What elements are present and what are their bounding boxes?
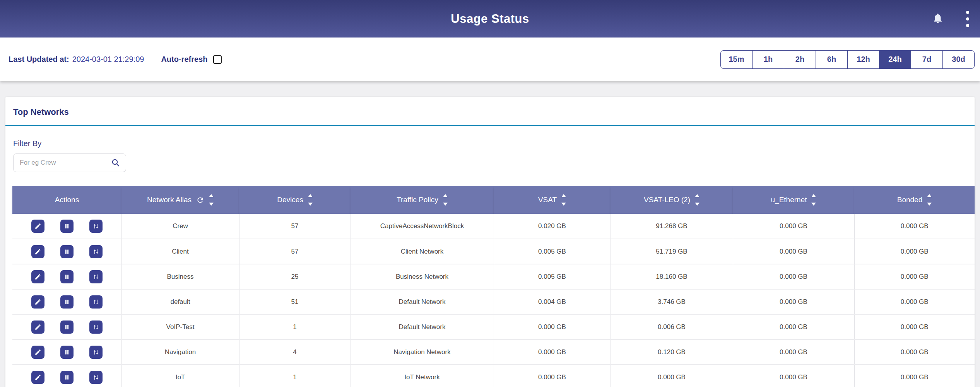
network-alias-cell: VoIP-Test <box>121 314 239 339</box>
traffic-policy-cell: IoT Network <box>351 365 494 387</box>
table-row: Business 25 Business Network 0.005 GB 18… <box>12 264 975 289</box>
more-options-button[interactable] <box>966 11 969 27</box>
table-row: Navigation 4 Navigation Network 0.000 GB… <box>12 339 975 365</box>
column-header-network-alias: Network Alias <box>121 186 239 214</box>
network-alias-cell: Client <box>121 239 239 264</box>
pause-button[interactable] <box>60 220 74 233</box>
actions-cell <box>12 339 121 365</box>
traffic-policy-cell: Client Network <box>351 239 494 264</box>
edit-button[interactable] <box>31 270 44 283</box>
auto-refresh-checkbox[interactable] <box>213 55 222 64</box>
sort-control[interactable] <box>443 194 448 206</box>
pause-button[interactable] <box>60 371 74 384</box>
pause-button[interactable] <box>60 295 74 309</box>
actions-cell <box>12 214 121 239</box>
updown-arrows-button[interactable] <box>89 321 103 334</box>
range-button-6h[interactable]: 6h <box>816 50 848 69</box>
edit-button[interactable] <box>31 371 44 384</box>
networks-table-body: Crew 57 CaptiveAccessNetworkBlock 0.020 … <box>12 214 975 387</box>
updown-arrows-button[interactable] <box>89 220 103 233</box>
up-down-arrows-icon <box>92 248 99 255</box>
pause-button[interactable] <box>60 321 74 334</box>
pause-icon <box>63 248 70 255</box>
pencil-icon <box>34 273 41 280</box>
vsat-leo-cell: 0.006 GB <box>611 314 733 339</box>
network-alias-cell: Business <box>121 264 239 289</box>
devices-cell: 57 <box>239 239 351 264</box>
vsat-leo-cell: 18.160 GB <box>611 264 733 289</box>
edit-button[interactable] <box>31 220 44 233</box>
sort-control[interactable] <box>927 194 932 206</box>
pencil-icon <box>34 349 41 356</box>
bonded-cell: 0.000 GB <box>854 314 975 339</box>
last-updated-label: Last Updated at: <box>9 55 69 64</box>
u-ethernet-cell: 0.000 GB <box>733 264 854 289</box>
column-header-traffic-policy: Traffic Policy <box>351 186 494 214</box>
range-button-15m[interactable]: 15m <box>720 50 753 69</box>
page-title: Usage Status <box>451 12 529 26</box>
range-button-24h[interactable]: 24h <box>879 50 911 69</box>
up-down-arrows-icon <box>92 273 99 280</box>
traffic-policy-cell: Business Network <box>351 264 494 289</box>
vsat-leo-cell: 51.719 GB <box>611 239 733 264</box>
sort-control[interactable] <box>561 194 566 206</box>
sort-control[interactable] <box>209 194 214 206</box>
pause-icon <box>63 374 70 381</box>
devices-cell: 1 <box>239 314 351 339</box>
vsat-cell: 0.000 GB <box>494 314 611 339</box>
filter-search-input[interactable] <box>20 159 111 167</box>
last-updated-value: 2024-03-01 21:29:09 <box>72 55 144 64</box>
search-icon[interactable] <box>111 158 120 167</box>
devices-cell: 4 <box>239 339 351 365</box>
devices-cell: 51 <box>239 289 351 314</box>
u-ethernet-cell: 0.000 GB <box>733 314 854 339</box>
pause-button[interactable] <box>60 270 74 283</box>
updown-arrows-button[interactable] <box>89 270 103 283</box>
sort-control[interactable] <box>308 194 313 206</box>
bell-icon <box>932 12 944 26</box>
pause-button[interactable] <box>60 245 74 258</box>
pencil-icon <box>34 223 41 230</box>
updown-arrows-button[interactable] <box>89 346 103 359</box>
vsat-leo-cell: 3.746 GB <box>611 289 733 314</box>
pause-icon <box>63 349 70 356</box>
table-row: VoIP-Test 1 Default Network 0.000 GB 0.0… <box>12 314 975 339</box>
edit-button[interactable] <box>31 346 44 359</box>
edit-button[interactable] <box>31 321 44 334</box>
range-button-2h[interactable]: 2h <box>784 50 816 69</box>
networks-table: Actions Network Alias Devices <box>12 186 975 387</box>
notifications-button[interactable] <box>932 12 944 26</box>
sort-control[interactable] <box>695 194 700 206</box>
u-ethernet-cell: 0.000 GB <box>733 239 854 264</box>
pause-icon <box>63 273 70 280</box>
range-button-30d[interactable]: 30d <box>942 50 975 69</box>
updown-arrows-button[interactable] <box>89 295 103 309</box>
card-title: Top Networks <box>13 107 69 117</box>
pause-icon <box>63 324 70 331</box>
vsat-cell: 0.020 GB <box>494 214 611 239</box>
refresh-icon[interactable] <box>196 196 204 204</box>
filter-search-box <box>13 153 126 172</box>
vsat-cell: 0.000 GB <box>494 365 611 387</box>
filter-section: Filter By <box>5 126 975 186</box>
devices-cell: 1 <box>239 365 351 387</box>
edit-button[interactable] <box>31 245 44 258</box>
column-header-vsat: VSAT <box>494 186 611 214</box>
up-down-arrows-icon <box>92 324 99 331</box>
up-down-arrows-icon <box>92 223 99 230</box>
actions-cell <box>12 239 121 264</box>
range-button-1h[interactable]: 1h <box>752 50 784 69</box>
range-button-12h[interactable]: 12h <box>847 50 879 69</box>
sort-control[interactable] <box>811 194 816 206</box>
traffic-policy-cell: Default Network <box>351 314 494 339</box>
vsat-cell: 0.005 GB <box>494 239 611 264</box>
networks-table-header: Actions Network Alias Devices <box>12 186 975 214</box>
up-down-arrows-icon <box>92 374 99 381</box>
bonded-cell: 0.000 GB <box>854 214 975 239</box>
pause-button[interactable] <box>60 346 74 359</box>
updown-arrows-button[interactable] <box>89 245 103 258</box>
range-button-7d[interactable]: 7d <box>911 50 943 69</box>
vsat-cell: 0.004 GB <box>494 289 611 314</box>
edit-button[interactable] <box>31 295 44 309</box>
updown-arrows-button[interactable] <box>89 371 103 384</box>
